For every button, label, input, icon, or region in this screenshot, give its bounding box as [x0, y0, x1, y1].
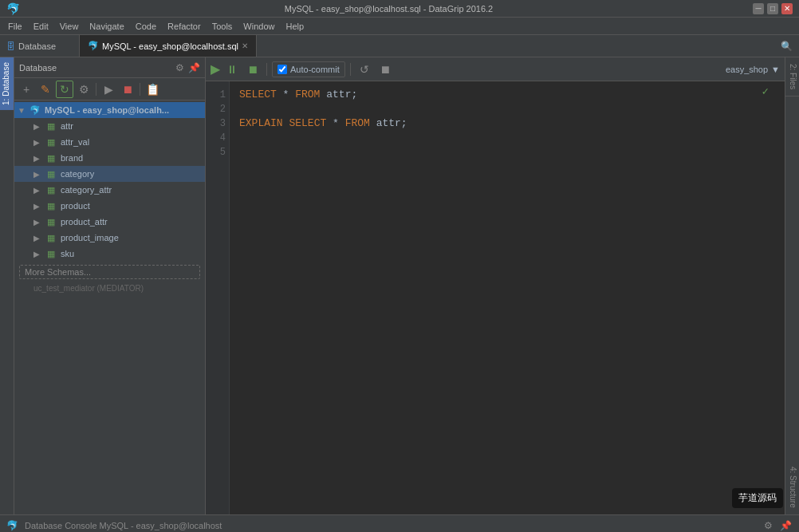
db-edit-btn[interactable]: ✎	[37, 81, 54, 98]
db-refresh-btn[interactable]: ↻	[56, 81, 73, 98]
menu-view[interactable]: View	[55, 20, 84, 33]
menu-help[interactable]: Help	[281, 20, 309, 33]
tree-label-sku: sku	[61, 249, 202, 258]
editor-toolbar: ▶ ⏸ ⏹ Auto-commit ↺ ⏹ easy_shop ▼	[206, 57, 785, 81]
tree-arrow-category: ▶	[33, 170, 45, 179]
tree-table-category-attr[interactable]: ▶ ▦ category_attr	[14, 182, 205, 198]
code-editor[interactable]: SELECT * FROM attr; EXPLAIN SELECT * FRO…	[230, 81, 785, 514]
editor-content: 1 2 3 4 5 SELECT * FROM attr; EXPLAIN SE…	[206, 81, 785, 514]
run-button[interactable]: ▶	[211, 61, 220, 77]
sidebar-vtab-database[interactable]: 1: Database	[0, 57, 14, 110]
menu-edit[interactable]: Edit	[29, 20, 53, 33]
menu-bar: File Edit View Navigate Code Refactor To…	[0, 18, 799, 35]
editor-undo-btn[interactable]: ↺	[356, 61, 373, 78]
table-icon-attr: ▦	[45, 120, 57, 132]
code-line-2	[239, 102, 775, 116]
watermark-text: 芋道源码	[738, 492, 777, 503]
tree-label-attr-val: attr_val	[61, 137, 202, 147]
title-bar: 🐬 MySQL - easy_shop@localhost.sql - Data…	[0, 0, 799, 18]
editor-stop-btn[interactable]: ⏹	[244, 61, 262, 78]
autocommit-checkbox[interactable]	[277, 65, 287, 74]
db-properties-btn[interactable]: ⚙	[75, 81, 92, 98]
bottom-pin-btn[interactable]: 📌	[778, 518, 793, 533]
toolbar-separator-1	[96, 83, 96, 96]
schema-selector[interactable]: easy_shop ▼	[726, 65, 780, 74]
left-sidebar-narrow: 1: Database	[0, 57, 14, 514]
close-button[interactable]: ✕	[781, 3, 793, 14]
watermark: 芋道源码	[732, 488, 783, 508]
tree-label-product: product	[61, 201, 202, 211]
editor-tab-main[interactable]: 🐬 MySQL - easy_shop@localhost.sql ✕	[80, 35, 257, 57]
db-add-btn[interactable]: +	[18, 81, 35, 98]
main-area: 1: Database Database ⚙ 📌 + ✎ ↻ ⚙ ▶ ⏹ 📋 ▼	[0, 57, 799, 514]
tree-table-attr-val[interactable]: ▶ ▦ attr_val	[14, 134, 205, 150]
tree-table-product[interactable]: ▶ ▦ product	[14, 198, 205, 214]
table-icon-product: ▦	[45, 199, 57, 212]
tree-root-node[interactable]: ▼ 🐬 MySQL - easy_shop@localh...	[14, 102, 205, 118]
tree-extra-node[interactable]: uc_test_mediator (MEDIATOR)	[14, 282, 205, 294]
db-copy-btn[interactable]: 📋	[144, 81, 161, 98]
db-panel-pin-btn[interactable]: 📌	[187, 61, 200, 74]
autocommit-toggle[interactable]: Auto-commit	[272, 61, 345, 77]
tree-table-sku[interactable]: ▶ ▦ sku	[14, 246, 205, 262]
tree-arrow-product: ▶	[33, 202, 45, 211]
maximize-button[interactable]: □	[767, 3, 778, 14]
tree-table-product-image[interactable]: ▶ ▦ product_image	[14, 230, 205, 246]
menu-code[interactable]: Code	[131, 20, 161, 33]
menu-navigate[interactable]: Navigate	[85, 20, 128, 33]
menu-file[interactable]: File	[3, 20, 27, 33]
window-controls: ─ □ ✕	[753, 3, 793, 14]
menu-refactor[interactable]: Refactor	[163, 20, 206, 33]
code-line-1: SELECT * FROM attr;	[239, 88, 775, 102]
minimize-button[interactable]: ─	[753, 3, 764, 14]
more-schemas-button[interactable]: More Schemas...	[19, 265, 200, 279]
database-tab-label[interactable]: Database	[18, 41, 56, 51]
code-line-3: EXPLAIN SELECT * FROM attr;	[239, 116, 775, 131]
db-panel-toolbar: + ✎ ↻ ⚙ ▶ ⏹ 📋	[14, 78, 205, 100]
db-panel-settings-btn[interactable]: ⚙	[173, 61, 186, 74]
tree-table-product-attr[interactable]: ▶ ▦ product_attr	[14, 214, 205, 230]
tree-arrow-product-attr: ▶	[33, 218, 45, 227]
checkmark-icon: ✓	[762, 85, 769, 99]
tab-icon: 🐬	[88, 41, 99, 51]
table-icon-category-attr: ▦	[45, 183, 57, 196]
editor-stop2-btn[interactable]: ⏹	[376, 61, 394, 78]
tree-label-product-image: product_image	[61, 233, 202, 242]
table-icon-sku: ▦	[45, 247, 57, 260]
menu-tools[interactable]: Tools	[207, 20, 238, 33]
db-run-btn[interactable]: ▶	[100, 81, 117, 98]
db-stop-btn[interactable]: ⏹	[119, 81, 136, 98]
bottom-header: 🐬 Database Console MySQL - easy_shop@loc…	[0, 515, 799, 532]
line-num-1: 1	[209, 88, 226, 102]
line-num-2: 2	[209, 102, 226, 116]
menu-window[interactable]: Window	[238, 20, 279, 33]
tree-table-attr[interactable]: ▶ ▦ attr	[14, 118, 205, 134]
database-icon: 🗄	[6, 41, 15, 51]
autocommit-label: Auto-commit	[290, 65, 340, 74]
tree-table-brand[interactable]: ▶ ▦ brand	[14, 150, 205, 166]
db-tree: ▼ 🐬 MySQL - easy_shop@localh... ▶ ▦ attr…	[14, 100, 205, 514]
db-panel-actions: ⚙ 📌	[173, 61, 200, 74]
files-tab[interactable]: 2: Files	[785, 57, 799, 97]
editor-pause-btn[interactable]: ⏸	[223, 61, 241, 78]
tree-arrow-brand: ▶	[33, 154, 45, 163]
search-button[interactable]: 🔍	[774, 35, 799, 57]
editor-tabs: 🐬 MySQL - easy_shop@localhost.sql ✕	[80, 35, 774, 57]
tree-label-category: category	[61, 169, 202, 179]
tree-label-attr: attr	[61, 121, 202, 131]
schema-dropdown-icon: ▼	[771, 65, 780, 74]
bottom-header-title: Database Console MySQL - easy_shop@local…	[25, 521, 222, 530]
tree-arrow-attr: ▶	[33, 122, 45, 131]
structure-tab[interactable]: 4: Structure	[785, 460, 799, 514]
line-num-5: 5	[209, 145, 226, 160]
line-num-3: 3	[209, 116, 226, 131]
tab-close-icon[interactable]: ✕	[242, 41, 248, 50]
bottom-settings-btn[interactable]: ⚙	[761, 518, 775, 533]
code-line-5	[239, 145, 775, 160]
tree-table-category[interactable]: ▶ ▦ category	[14, 166, 205, 182]
table-icon-product-image: ▦	[45, 231, 57, 244]
tree-arrow-product-image: ▶	[33, 234, 45, 242]
tree-arrow-icon: ▼	[18, 106, 29, 115]
line-num-4: 4	[209, 131, 226, 145]
tree-label-brand: brand	[61, 153, 202, 163]
